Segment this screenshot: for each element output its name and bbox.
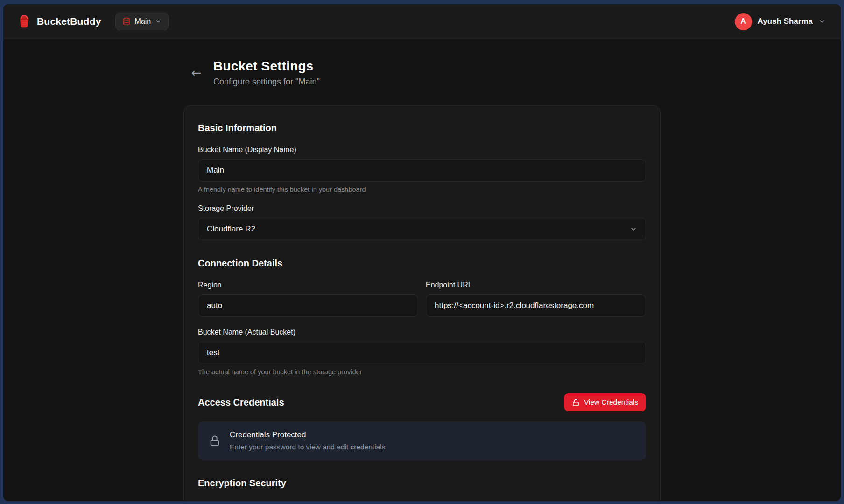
page-body: ← Bucket Settings Configure settings for… <box>3 39 841 501</box>
actual-bucket-input[interactable] <box>198 342 646 364</box>
field-storage-provider: Storage Provider Cloudflare R2 <box>198 204 646 240</box>
view-credentials-button[interactable]: View Credentials <box>564 393 646 411</box>
display-name-input[interactable] <box>198 159 646 182</box>
protected-subtitle: Enter your password to view and edit cre… <box>230 443 385 451</box>
endpoint-input[interactable] <box>426 294 646 317</box>
display-name-label: Bucket Name (Display Name) <box>198 146 646 154</box>
view-credentials-label: View Credentials <box>584 398 638 406</box>
field-display-name: Bucket Name (Display Name) A friendly na… <box>198 146 646 193</box>
display-name-help: A friendly name to identify this bucket … <box>198 186 646 193</box>
bucket-logo-icon <box>18 15 30 28</box>
unlock-icon <box>572 399 580 406</box>
field-encryption-password: Encryption Password <box>198 501 646 501</box>
endpoint-label: Endpoint URL <box>426 281 646 289</box>
lock-icon <box>208 434 221 448</box>
chevron-down-icon <box>818 18 826 25</box>
actual-bucket-label: Bucket Name (Actual Bucket) <box>198 328 646 336</box>
region-label: Region <box>198 281 418 289</box>
user-name: Ayush Sharma <box>758 17 813 26</box>
storage-provider-label: Storage Provider <box>198 204 646 213</box>
section-heading-connection: Connection Details <box>198 258 646 269</box>
credentials-protected-box: Credentials Protected Enter your passwor… <box>198 421 646 460</box>
user-menu[interactable]: A Ayush Sharma <box>735 13 826 30</box>
settings-card: Basic Information Bucket Name (Display N… <box>183 105 661 501</box>
section-heading-basic: Basic Information <box>198 123 646 133</box>
storage-provider-value: Cloudflare R2 <box>207 224 255 234</box>
brand: BucketBuddy <box>18 15 101 28</box>
region-input[interactable] <box>198 294 418 317</box>
section-heading-encryption: Encryption Security <box>198 478 646 489</box>
chevron-down-icon <box>630 225 637 233</box>
chevron-down-icon <box>155 18 162 25</box>
encryption-password-label: Encryption Password <box>198 501 646 501</box>
page-header: ← Bucket Settings Configure settings for… <box>183 59 661 87</box>
field-actual-bucket: Bucket Name (Actual Bucket) The actual n… <box>198 328 646 376</box>
actual-bucket-help: The actual name of your bucket in the st… <box>198 368 646 376</box>
bucket-switcher[interactable]: Main <box>115 13 169 30</box>
page-title: Bucket Settings <box>213 59 320 74</box>
protected-title: Credentials Protected <box>230 430 385 440</box>
section-heading-credentials: Access Credentials <box>198 397 284 408</box>
database-icon <box>122 17 131 26</box>
storage-provider-select[interactable]: Cloudflare R2 <box>198 218 646 240</box>
top-navbar: BucketBuddy Main A Ayush Sharma <box>3 4 841 39</box>
brand-name: BucketBuddy <box>37 16 101 27</box>
field-region: Region <box>198 281 418 317</box>
page-subtitle: Configure settings for "Main" <box>213 77 320 87</box>
back-button[interactable]: ← <box>189 65 204 80</box>
app-window: BucketBuddy Main A Ayush Sharma <box>3 4 841 501</box>
avatar: A <box>735 13 752 30</box>
field-endpoint: Endpoint URL <box>426 281 646 317</box>
bucket-switcher-label: Main <box>135 17 151 26</box>
